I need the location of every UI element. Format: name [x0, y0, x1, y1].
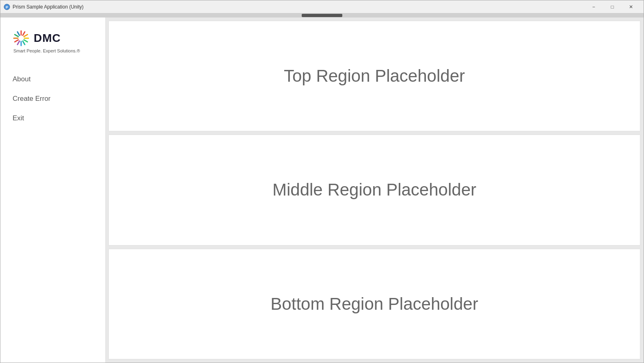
bottom-region-label: Bottom Region Placeholder: [270, 294, 478, 314]
title-bar: P Prism Sample Application (Unity) − □ ✕: [0, 0, 644, 13]
nav-menu: About Create Error Exit: [0, 65, 105, 132]
app-icon: P: [4, 4, 10, 10]
top-region: Top Region Placeholder: [108, 21, 640, 131]
window-title: Prism Sample Application (Unity): [13, 4, 84, 10]
svg-line-9: [17, 41, 19, 45]
dmc-logo-icon: [13, 30, 30, 47]
scrollbar-area[interactable]: [0, 13, 644, 17]
logo-brand: DMC: [34, 32, 61, 45]
title-bar-left: P Prism Sample Application (Unity): [4, 4, 84, 10]
logo-tagline: Smart People. Expert Solutions.®: [13, 48, 80, 53]
nav-item-create-error[interactable]: Create Error: [0, 89, 105, 109]
nav-item-about[interactable]: About: [0, 70, 105, 89]
svg-line-3: [23, 32, 25, 35]
svg-line-6: [24, 40, 28, 42]
svg-text:P: P: [6, 5, 8, 9]
logo-wrapper: DMC: [13, 30, 61, 47]
nav-item-exit[interactable]: Exit: [0, 109, 105, 128]
svg-line-13: [17, 32, 19, 35]
app-window: P Prism Sample Application (Unity) − □ ✕: [0, 0, 644, 363]
main-content: Top Region Placeholder Middle Region Pla…: [105, 17, 644, 363]
top-region-label: Top Region Placeholder: [284, 66, 465, 86]
minimize-button[interactable]: −: [584, 0, 603, 13]
maximize-button[interactable]: □: [603, 0, 622, 13]
svg-line-12: [15, 35, 18, 37]
middle-region: Middle Region Placeholder: [108, 135, 640, 245]
scrollbar-thumb[interactable]: [302, 14, 342, 17]
bottom-region: Bottom Region Placeholder: [108, 249, 640, 359]
svg-line-4: [24, 35, 28, 37]
close-button[interactable]: ✕: [622, 0, 640, 13]
svg-line-7: [23, 41, 25, 45]
svg-line-10: [15, 40, 18, 42]
window-controls: − □ ✕: [584, 0, 640, 13]
logo-area: DMC Smart People. Expert Solutions.®: [0, 26, 105, 65]
middle-region-label: Middle Region Placeholder: [272, 180, 476, 200]
app-body: DMC Smart People. Expert Solutions.® Abo…: [0, 17, 644, 363]
sidebar: DMC Smart People. Expert Solutions.® Abo…: [0, 17, 105, 363]
